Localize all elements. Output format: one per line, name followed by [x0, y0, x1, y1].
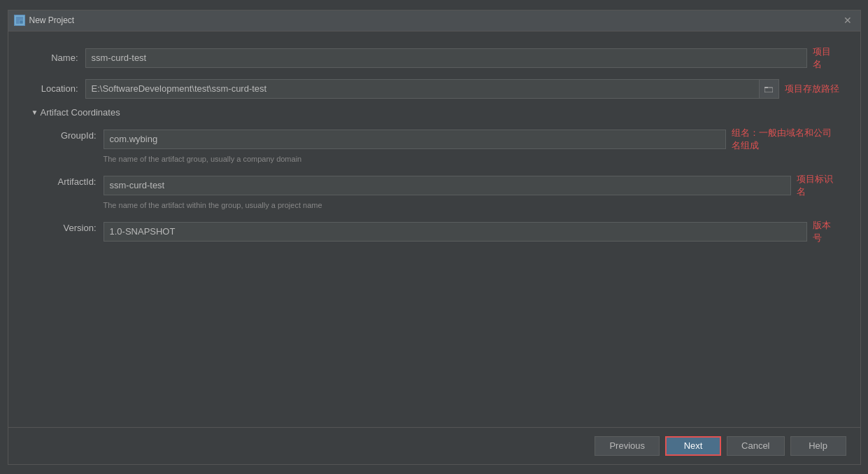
close-button[interactable]: ✕: [841, 13, 855, 27]
location-input-wrapper: 项目存放路径: [85, 79, 839, 99]
artifact-section-body: GroupId: 组名：一般由域名和公司名组成 The name of the …: [41, 127, 839, 244]
group-id-row: GroupId: 组名：一般由域名和公司名组成 The name of the …: [41, 127, 839, 170]
dialog-title: New Project: [29, 15, 841, 25]
dialog-footer: Previous Next Cancel Help: [8, 427, 860, 464]
artifact-section-title: Artifact Coordinates: [41, 107, 120, 118]
name-input[interactable]: [85, 48, 808, 68]
artifact-id-label: ArtifactId:: [41, 173, 104, 187]
dialog-content: Name: 项目名 Location: 项目存放路径: [8, 32, 860, 427]
group-id-hint: The name of the artifact group, usually …: [104, 155, 839, 163]
name-label: Name:: [29, 53, 85, 63]
artifact-id-input-group: 项目标识名 The name of the artifact within th…: [104, 173, 839, 216]
dialog-icon: [14, 15, 25, 26]
location-input[interactable]: [85, 79, 760, 99]
cancel-button[interactable]: Cancel: [727, 436, 784, 456]
version-input-group: 版本号: [104, 219, 839, 244]
location-annotation: 项目存放路径: [785, 83, 839, 95]
version-row: Version: 版本号: [41, 219, 839, 244]
title-bar: New Project ✕: [8, 11, 860, 32]
browse-button[interactable]: [760, 79, 779, 99]
artifact-id-annotation: 项目标识名: [797, 173, 839, 198]
svg-rect-2: [20, 20, 23, 24]
name-annotation: 项目名: [813, 46, 839, 71]
artifact-id-row: ArtifactId: 项目标识名 The name of the artifa…: [41, 173, 839, 216]
group-id-label: GroupId:: [41, 127, 104, 141]
help-button[interactable]: Help: [790, 436, 846, 456]
artifact-section-header: ▼ Artifact Coordinates: [29, 107, 839, 118]
svg-rect-3: [764, 88, 773, 92]
svg-rect-4: [764, 87, 768, 88]
new-project-dialog: New Project ✕ Name: 项目名 Location:: [8, 10, 861, 465]
version-label: Version:: [41, 219, 104, 233]
previous-button[interactable]: Previous: [595, 436, 660, 456]
collapse-arrow-icon[interactable]: ▼: [29, 107, 41, 118]
name-input-wrapper: 项目名: [85, 46, 839, 71]
name-row: Name: 项目名: [29, 46, 839, 71]
artifact-id-hint: The name of the artifact within the grou…: [104, 201, 839, 209]
location-label: Location:: [29, 83, 85, 94]
version-annotation: 版本号: [813, 219, 839, 244]
group-id-input-group: 组名：一般由域名和公司名组成 The name of the artifact …: [104, 127, 839, 170]
version-input[interactable]: [104, 222, 808, 242]
location-row: Location: 项目存放路径: [29, 79, 839, 99]
artifact-id-input[interactable]: [104, 176, 791, 195]
group-id-annotation: 组名：一般由域名和公司名组成: [732, 127, 839, 152]
group-id-input[interactable]: [104, 130, 726, 149]
next-button[interactable]: Next: [665, 436, 721, 456]
